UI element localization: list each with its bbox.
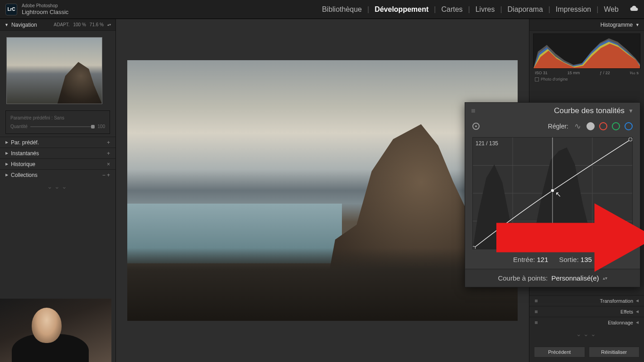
adjust-label: Régler: xyxy=(548,123,568,130)
focal-value: 15 mm xyxy=(567,71,580,75)
input-value[interactable]: 121 xyxy=(537,256,548,263)
zoom-100[interactable]: 100 % xyxy=(73,22,86,27)
module-print[interactable]: Impression xyxy=(556,5,591,14)
tone-curve-header[interactable]: Courbe des tonalités ▼ xyxy=(465,103,640,119)
green-channel-icon[interactable] xyxy=(612,122,620,130)
snapshots-panel[interactable]: ▶ Instantanés + xyxy=(0,148,115,158)
calibration-label: Etalonnage xyxy=(608,320,633,325)
svg-point-8 xyxy=(629,138,632,141)
red-channel-icon[interactable] xyxy=(599,122,607,130)
svg-point-7 xyxy=(473,246,476,249)
panel-switch-icon[interactable] xyxy=(471,109,475,113)
reset-button[interactable]: Réinitialiser xyxy=(589,347,640,357)
point-curve-icon[interactable] xyxy=(586,122,595,130)
histogram-display[interactable] xyxy=(533,33,640,69)
cloud-sync-icon[interactable] xyxy=(630,5,639,14)
curve-readout: 121 / 135 xyxy=(476,140,498,147)
history-label: Historique xyxy=(11,161,35,167)
module-book[interactable]: Livres xyxy=(476,5,495,14)
app-logo: LrC xyxy=(5,4,17,15)
snapshots-label: Instantanés xyxy=(11,150,39,157)
svg-point-9 xyxy=(551,189,554,192)
histogram-meta: ISO 31 15 mm ƒ / 22 ¹⁄₆₀ s xyxy=(529,70,644,76)
histogram-header[interactable]: Histogramme ▼ xyxy=(529,19,644,31)
app-brand: Adobe Photoshop Lightroom Classic xyxy=(22,3,68,16)
presets-label: Par. prédéf. xyxy=(11,139,39,146)
blue-channel-icon[interactable] xyxy=(625,122,633,130)
navigator-thumbnail[interactable] xyxy=(6,37,102,104)
panel-end-ornament: ⌄⌄⌄ xyxy=(0,180,115,195)
module-map[interactable]: Cartes xyxy=(441,5,462,14)
output-label: Sortie: xyxy=(559,256,579,263)
histogram-title: Histogramme xyxy=(601,22,633,28)
module-picker: Bibliothèque| Développement| Cartes| Liv… xyxy=(322,5,639,14)
plus-icon[interactable]: + xyxy=(107,172,110,178)
transform-panel[interactable]: Transformation ◀ xyxy=(529,295,644,306)
zoom-stepper-icon[interactable]: ▴▾ xyxy=(107,23,111,27)
collections-panel[interactable]: ▶ Collections − + xyxy=(0,169,115,180)
panel-end-ornament: ⌄⌄⌄ xyxy=(529,328,644,342)
chevron-right-icon: ▶ xyxy=(5,162,8,166)
input-label: Entrée: xyxy=(513,256,535,263)
dropdown-icon[interactable]: ▴▾ xyxy=(603,276,607,281)
point-curve-value: Personnalisé(e) xyxy=(552,274,599,282)
transform-label: Transformation xyxy=(600,298,633,304)
chevron-right-icon: ▶ xyxy=(5,151,8,155)
amount-label: Quantité xyxy=(10,124,28,129)
preset-label: Paramètre prédéfini : Sans xyxy=(10,115,105,120)
module-library[interactable]: Bibliothèque xyxy=(322,5,362,14)
minus-icon[interactable]: − xyxy=(102,172,106,178)
chevron-left-icon: ◀ xyxy=(636,310,639,314)
amount-slider[interactable] xyxy=(30,126,95,127)
collections-label: Collections xyxy=(11,172,38,178)
targeted-adjust-icon[interactable] xyxy=(472,123,480,130)
brand-line-2: Lightroom Classic xyxy=(22,9,68,16)
aperture-value: ƒ / 22 xyxy=(600,71,610,75)
chevron-down-icon: ▼ xyxy=(5,23,9,27)
module-slideshow[interactable]: Diaporama xyxy=(508,5,543,14)
original-checkbox[interactable] xyxy=(535,77,539,81)
history-panel[interactable]: ▶ Historique × xyxy=(0,158,115,169)
chevron-down-icon: ▼ xyxy=(635,23,639,27)
plus-icon[interactable]: + xyxy=(107,150,110,157)
chevron-left-icon: ◀ xyxy=(636,320,639,324)
effects-panel[interactable]: Effets ◀ xyxy=(529,306,644,317)
fit-label[interactable]: ADAPT. xyxy=(53,22,69,27)
main-photo[interactable] xyxy=(127,60,518,321)
brand-line-1: Adobe Photoshop xyxy=(22,3,68,9)
shutter-value: ¹⁄₆₀ s xyxy=(630,71,639,75)
module-web[interactable]: Web xyxy=(604,5,619,14)
chevron-right-icon: ▶ xyxy=(5,140,8,144)
navigator-header[interactable]: ▼ Navigation ADAPT. 100 % 71.6 % ▴▾ xyxy=(0,19,115,31)
preset-amount-box: Paramètre prédéfini : Sans Quantité 100 xyxy=(5,110,110,134)
presets-panel[interactable]: ▶ Par. prédéf. + xyxy=(0,137,115,148)
close-icon[interactable]: × xyxy=(107,161,110,167)
output-value[interactable]: 135 xyxy=(581,256,592,263)
tone-curve-panel: Courbe des tonalités ▼ Régler: ∿ 121 / 1… xyxy=(465,102,640,287)
parametric-curve-icon[interactable]: ∿ xyxy=(573,122,582,131)
tone-curve-graph[interactable]: 121 / 135 ↖ xyxy=(472,137,633,249)
chevron-left-icon: ◀ xyxy=(636,299,639,303)
panel-switch-icon[interactable] xyxy=(535,310,538,313)
presenter-webcam xyxy=(0,299,111,362)
chevron-right-icon: ▶ xyxy=(5,173,8,177)
navigator-thumbnail-wrap xyxy=(0,31,115,110)
tone-curve-title: Courbe des tonalités xyxy=(554,106,625,115)
tone-curve-adjust-row: Régler: ∿ xyxy=(465,119,640,135)
navigator-title: Navigation xyxy=(11,22,37,28)
point-curve-row[interactable]: Courbe à points: Personnalisé(e) ▴▾ xyxy=(465,269,640,287)
panel-switch-icon[interactable] xyxy=(535,300,538,302)
top-bar: LrC Adobe Photoshop Lightroom Classic Bi… xyxy=(0,0,644,19)
zoom-custom[interactable]: 71.6 % xyxy=(90,22,104,27)
chevron-down-icon: ▼ xyxy=(628,108,634,114)
plus-icon[interactable]: + xyxy=(107,139,110,146)
original-label: Photo d'origine xyxy=(541,77,568,81)
calibration-panel[interactable]: Etalonnage ◀ xyxy=(529,317,644,328)
amount-value[interactable]: 100 xyxy=(97,124,105,129)
curve-io-row: Entrée:121 Sortie:135 xyxy=(465,253,640,269)
previous-button[interactable]: Précédent xyxy=(534,347,585,357)
effects-label: Effets xyxy=(620,309,633,314)
panel-switch-icon[interactable] xyxy=(535,321,538,324)
module-develop[interactable]: Développement xyxy=(375,5,428,14)
point-curve-label: Courbe à points: xyxy=(498,274,548,282)
